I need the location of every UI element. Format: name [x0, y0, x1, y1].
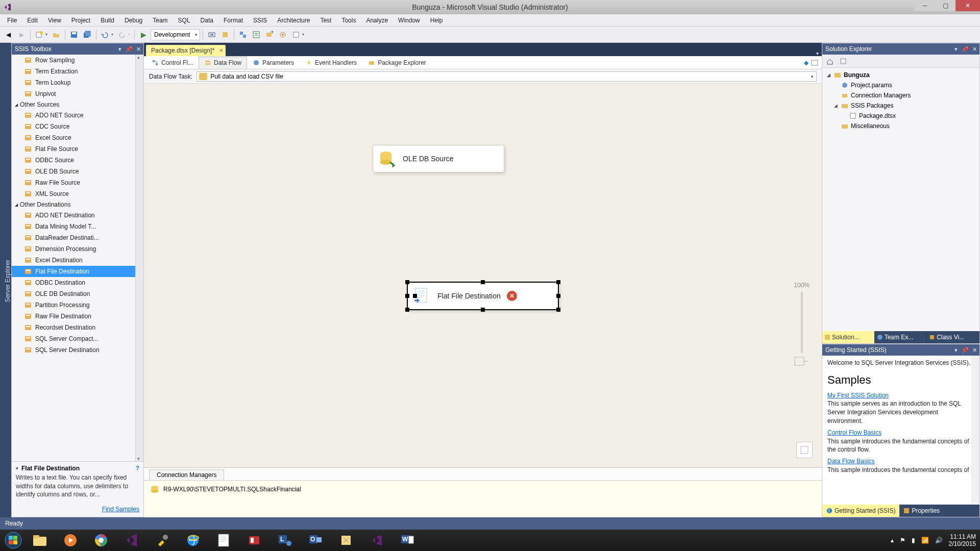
tab-close-icon[interactable]: ×: [219, 47, 223, 54]
toolbox-item[interactable]: Recordset Destination: [12, 322, 143, 333]
action-center-icon[interactable]: ⚑: [900, 537, 905, 544]
sample-link-2[interactable]: Control Flow Basics: [827, 429, 974, 437]
new-conn-button[interactable]: +: [263, 29, 276, 41]
menu-architecture[interactable]: Architecture: [272, 15, 315, 26]
sample-link-3[interactable]: Data Flow Basics: [827, 457, 974, 466]
menu-tools[interactable]: Tools: [336, 15, 361, 26]
close-button[interactable]: ✕: [955, 0, 980, 11]
project-params-node[interactable]: Project.params: [823, 80, 978, 90]
toolbox-item[interactable]: Flat File Source: [12, 143, 143, 155]
toolbox-item[interactable]: CDC Source: [12, 121, 143, 132]
red-app-taskbar[interactable]: [240, 531, 268, 550]
menu-help[interactable]: Help: [425, 15, 448, 26]
server-explorer-tab[interactable]: Server Explorer: [4, 258, 11, 304]
toolbox-item[interactable]: ODBC Source: [12, 155, 143, 166]
toolbox-item[interactable]: Term Extraction: [12, 66, 143, 77]
panel-dropdown-icon[interactable]: ▾: [952, 346, 960, 354]
flatfile-dest-shape[interactable]: Flat File Destination ✕: [407, 282, 559, 310]
start-button[interactable]: ▶: [137, 29, 150, 41]
menu-data[interactable]: Data: [195, 15, 218, 26]
vs-taskbar[interactable]: [117, 531, 146, 550]
ssis-packages-folder[interactable]: ◢SSIS Packages: [823, 101, 978, 111]
toolbox-group[interactable]: Other Destinations: [12, 199, 143, 210]
class-view-tab[interactable]: Class Vi...: [927, 331, 979, 343]
home-button[interactable]: [824, 56, 836, 67]
panel-dropdown-icon[interactable]: ▾: [116, 45, 124, 53]
tool-btn-1[interactable]: [206, 29, 218, 41]
clock[interactable]: 11:11 AM 2/10/2015: [949, 533, 976, 548]
outlook-taskbar[interactable]: O: [301, 531, 330, 550]
solution-explorer-tab[interactable]: Solution...: [822, 331, 875, 343]
toolbox-group[interactable]: Other Sources: [12, 99, 143, 110]
toolbox-item[interactable]: OLE DB Source: [12, 166, 143, 177]
help-icon[interactable]: ?: [136, 465, 139, 472]
dataflow-task-combo[interactable]: Pull data and load CSV file: [197, 71, 817, 82]
designer-tab-control[interactable]: Control Fl...: [146, 57, 199, 69]
connmgr-tab[interactable]: Connection Managers: [149, 469, 224, 480]
menu-build[interactable]: Build: [95, 15, 119, 26]
designer-tab-dataflow[interactable]: Data Flow: [199, 57, 247, 69]
toolbox-item[interactable]: Row Sampling: [12, 55, 143, 66]
help-button[interactable]: ◆: [804, 59, 808, 66]
doc-dropdown-icon[interactable]: ▾: [816, 51, 819, 56]
toolbox-item[interactable]: Raw File Destination: [12, 311, 143, 322]
panel-pin-icon[interactable]: 📌: [961, 346, 969, 354]
menu-debug[interactable]: Debug: [119, 15, 148, 26]
layout-button[interactable]: [811, 59, 819, 66]
ie-taskbar[interactable]: [179, 531, 207, 550]
designer-tab-param[interactable]: Parameters: [247, 57, 300, 69]
toolbox-scrollbar[interactable]: [135, 55, 143, 461]
minimize-button[interactable]: ─: [915, 0, 935, 11]
toolbox-item[interactable]: ADO NET Source: [12, 110, 143, 121]
menu-format[interactable]: Format: [218, 15, 248, 26]
nav-back-button[interactable]: ◀: [2, 29, 14, 41]
conn-managers-node[interactable]: Connection Managers: [823, 90, 978, 101]
designer-tab-event[interactable]: Event Handlers: [300, 57, 362, 69]
fit-view-button[interactable]: [796, 442, 813, 458]
toolbox-item[interactable]: XML Source: [12, 188, 143, 199]
toolbox-item[interactable]: ADO NET Destination: [12, 210, 143, 221]
new-dropdown[interactable]: ▾: [45, 32, 49, 37]
nav-forward-button[interactable]: ▶: [15, 29, 28, 41]
new-project-button[interactable]: [33, 29, 45, 41]
chrome-taskbar[interactable]: [87, 531, 115, 550]
menu-sql[interactable]: SQL: [173, 15, 195, 26]
ssis-tool-button[interactable]: [277, 29, 289, 41]
document-tab[interactable]: Package.dtsx [Design]* ×: [146, 45, 226, 56]
save-button[interactable]: [68, 29, 80, 41]
find-samples-link[interactable]: Find Samples: [16, 506, 139, 513]
toolbox-item[interactable]: Unpivot: [12, 88, 143, 99]
design-canvas[interactable]: OLE DB Source Flat File Destination ✕ 10…: [144, 84, 822, 467]
designer-tab-pkg[interactable]: Package Explorer: [362, 57, 432, 69]
menu-team[interactable]: Team: [148, 15, 173, 26]
project-node[interactable]: ◢Bunguza: [823, 70, 978, 80]
maximize-button[interactable]: ▢: [935, 0, 955, 11]
panel-pin-icon[interactable]: 📌: [961, 45, 969, 53]
toolbox-item[interactable]: SQL Server Destination: [12, 344, 143, 356]
panel-close-icon[interactable]: ✕: [970, 346, 978, 354]
panel-close-icon[interactable]: ✕: [134, 45, 142, 53]
undo-button[interactable]: [99, 29, 111, 41]
toolbox-item[interactable]: OLE DB Destination: [12, 288, 143, 299]
tray-up-icon[interactable]: ▴: [891, 537, 894, 544]
tool-btn-2[interactable]: [219, 29, 231, 41]
word-taskbar[interactable]: W: [393, 531, 422, 550]
menu-view[interactable]: View: [43, 15, 66, 26]
toolbox-item[interactable]: Excel Destination: [12, 255, 143, 266]
menu-window[interactable]: Window: [393, 15, 425, 26]
panel-dropdown-icon[interactable]: ▾: [952, 45, 960, 53]
panel-close-icon[interactable]: ✕: [970, 45, 978, 53]
misc-folder[interactable]: Miscellaneous: [823, 121, 978, 131]
toolbox-item[interactable]: Dimension Processing: [12, 243, 143, 255]
variables-button[interactable]: [237, 29, 249, 41]
toolbox-item[interactable]: Data Mining Model T...: [12, 221, 143, 232]
menu-test[interactable]: Test: [315, 15, 336, 26]
volume-icon[interactable]: 🔊: [935, 537, 943, 544]
lync-taskbar[interactable]: L: [271, 531, 299, 550]
start-button[interactable]: [2, 531, 24, 550]
redo-button[interactable]: [116, 29, 128, 41]
tools-taskbar[interactable]: [148, 531, 177, 550]
menu-file[interactable]: File: [2, 15, 22, 26]
toolbox-item[interactable]: SQL Server Compact...: [12, 333, 143, 344]
zoom-control[interactable]: 100%: [794, 282, 810, 366]
